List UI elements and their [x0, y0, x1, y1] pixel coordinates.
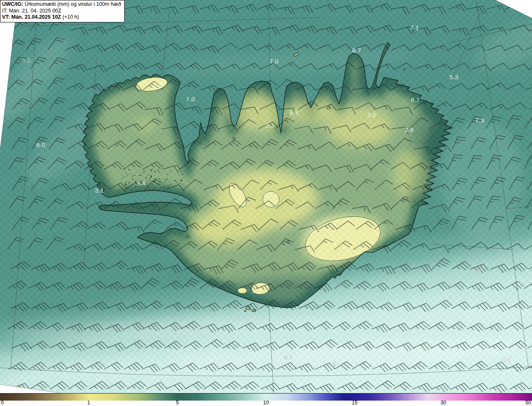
weather-map-stage: 5.68.07.16.77.05.32.87.06.75.83.07.32.32… — [0, 0, 532, 406]
value-label: 3.1 — [95, 187, 104, 194]
init-time: IT: Mán. 21. 04. 2025 00Z — [2, 8, 121, 15]
value-label: 3.4 — [136, 180, 145, 187]
value-label: 6.0 — [36, 141, 45, 148]
value-label: 7.1 — [410, 24, 419, 31]
product-title: UWC/IG: Úrkomumætti (mm) og vindur i 100… — [2, 1, 121, 8]
colorbar-tick: 50 — [525, 400, 531, 406]
value-label: 3.0 — [367, 111, 376, 118]
value-label: 2.3 — [266, 122, 274, 129]
colorbar-tick: 15 — [352, 400, 357, 406]
map-title-box: UWC/IG: Úrkomumætti (mm) og vindur i 100… — [0, 0, 125, 22]
colorbar-tick: 1 — [87, 400, 90, 406]
value-label: 1.7 — [264, 192, 273, 198]
colorbar-tick-labels: 01510153050 — [0, 401, 532, 406]
weather-map: 5.68.07.16.77.05.32.87.06.75.83.07.32.32… — [0, 0, 532, 393]
value-label: 5.8 — [289, 109, 298, 116]
value-label: 6.7 — [352, 46, 361, 54]
value-label: 2.8 — [404, 126, 414, 133]
value-label: 7.0 — [186, 95, 195, 103]
value-label: 9.4 — [474, 266, 483, 273]
value-label: 8.6 — [502, 357, 511, 364]
value-label: 9.9 — [328, 361, 336, 368]
value-label: 9.7 — [284, 354, 292, 361]
colorbar-tick: 5 — [176, 400, 179, 406]
colorbar-tick: 10 — [263, 400, 269, 406]
value-label: 2.8 — [153, 81, 162, 88]
value-label: 7.3 — [475, 117, 484, 124]
colorbar-tick: 30 — [441, 400, 446, 406]
valid-time: VT: Mán. 21.04.2025 10Z (+10 h) — [2, 14, 121, 21]
value-label: 2.3 — [252, 288, 261, 294]
value-label: 7.0 — [269, 58, 278, 65]
value-label: 8.0 — [22, 57, 30, 64]
colorbar-tick: 0 — [1, 400, 4, 406]
value-label: 6.7 — [411, 96, 420, 103]
value-label: 5.3 — [449, 73, 458, 81]
